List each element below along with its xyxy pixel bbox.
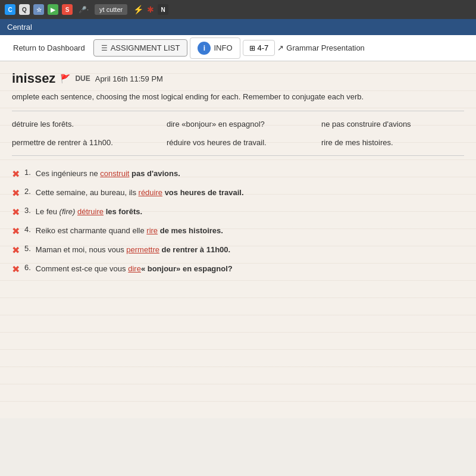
app-header: Central [0, 19, 476, 35]
arrow-icon: ↗ [277, 43, 284, 52]
q-text-5: Maman et moi, nous vous permettre de ren… [36, 244, 230, 256]
error-icon-4: ✖ [12, 226, 20, 237]
question-4: ✖ 4. Reiko est charmante quand elle rire… [12, 225, 464, 237]
q-text-1: Ces ingénieurs ne construit pas d'avions… [36, 168, 180, 180]
error-icon-5: ✖ [12, 245, 20, 256]
questions-section: ✖ 1. Ces ingénieurs ne construit pas d'a… [12, 168, 464, 275]
error-icon-2: ✖ [12, 187, 20, 199]
browser-icon-cross: ✱ [147, 5, 154, 14]
browser-icon-s[interactable]: S [62, 4, 73, 15]
assignment-title-text: inissez [12, 71, 55, 86]
browser-icon-play[interactable]: ▶ [48, 4, 58, 15]
word-item-3: ne pas construire d'avions [321, 117, 464, 131]
q-number-5: 5. [24, 244, 31, 253]
flag-icon: 🚩 [60, 74, 70, 83]
q-text-4: Reiko est charmante quand elle rire de m… [36, 225, 223, 237]
word-item-6: rire de mes histoires. [321, 136, 464, 149]
pages-icon: ⊞ [249, 44, 255, 52]
due-date: April 16th 11:59 PM [95, 74, 163, 83]
q-number-2: 2. [24, 187, 31, 196]
app-title: Central [7, 23, 32, 32]
assignment-title-row: inissez 🚩 DUE April 16th 11:59 PM [12, 71, 464, 86]
answer-1: construit [100, 169, 129, 178]
instructions-text: omplete each sentence, choosing the most… [12, 92, 428, 101]
info-circle-icon: i [198, 42, 211, 55]
question-1: ✖ 1. Ces ingénieurs ne construit pas d'a… [12, 168, 464, 180]
error-icon-1: ✖ [12, 168, 20, 180]
q-number-6: 6. [24, 263, 31, 272]
info-label: INFO [214, 43, 232, 52]
browser-icon-bookmark[interactable]: ☆ [33, 4, 44, 15]
error-icon-3: ✖ [12, 206, 20, 218]
word-item-4: permettre de rentrer à 11h00. [12, 136, 155, 149]
italic-fire: (fire) [60, 207, 76, 216]
question-2: ✖ 2. Cette semaine, au bureau, ils rédui… [12, 187, 464, 199]
word-item-1: détruire les forêts. [12, 117, 155, 131]
grammar-presentation-link[interactable]: ↗ Grammar Presentation [277, 43, 365, 52]
answer-4: rire [146, 226, 158, 235]
nav-bar: Return to Dashboard ☰ ASSIGNMENT LIST i … [0, 35, 476, 61]
browser-icon-q[interactable]: Q [19, 4, 30, 15]
q-text-6: Comment est-ce que vous dire« bonjour» e… [36, 263, 233, 275]
list-icon: ☰ [101, 44, 108, 52]
pages-label: 4-7 [258, 43, 269, 52]
browser-chrome: C Q ☆ ▶ S 🎤· yt cutter ⚡ ✱ N [0, 0, 476, 19]
return-to-dashboard-link[interactable]: Return to Dashboard [7, 43, 91, 52]
browser-icon-c[interactable]: C [5, 4, 15, 15]
error-icon-6: ✖ [12, 264, 20, 275]
q-text-3: Le feu (fire) détruire les forêts. [36, 206, 142, 218]
q-text-2: Cette semaine, au bureau, ils réduire vo… [36, 187, 244, 199]
answer-5: permettre [126, 245, 159, 254]
q-number-4: 4. [24, 225, 31, 234]
grammar-label: Grammar Presentation [286, 43, 365, 52]
q-number-3: 3. [24, 206, 31, 215]
main-content: inissez 🚩 DUE April 16th 11:59 PM omplet… [0, 61, 476, 418]
question-3: ✖ 3. Le feu (fire) détruire les forêts. [12, 206, 464, 218]
assignment-list-button[interactable]: ☰ ASSIGNMENT LIST [93, 39, 188, 57]
browser-tab-label[interactable]: yt cutter [95, 4, 127, 15]
word-bank: détruire les forêts. dire «bonjour» en e… [12, 111, 464, 156]
q-number-1: 1. [24, 168, 31, 177]
answer-6: dire [128, 264, 141, 273]
browser-icon-n[interactable]: N [158, 4, 168, 15]
assignment-list-label: ASSIGNMENT LIST [111, 43, 180, 52]
pages-button[interactable]: ⊞ 4-7 [243, 40, 275, 56]
browser-icon-lightning: ⚡ [133, 5, 143, 14]
question-5: ✖ 5. Maman et moi, nous vous permettre d… [12, 244, 464, 256]
word-item-5: réduire vos heures de travail. [167, 136, 309, 149]
browser-separator: 🎤· [79, 6, 89, 14]
answer-2: réduire [139, 188, 162, 197]
info-button[interactable]: i INFO [190, 37, 240, 59]
question-6: ✖ 6. Comment est-ce que vous dire« bonjo… [12, 263, 464, 275]
word-item-2: dire «bonjour» en espagnol? [167, 117, 309, 131]
due-badge: DUE [75, 74, 90, 83]
answer-3: détruire [77, 207, 104, 216]
